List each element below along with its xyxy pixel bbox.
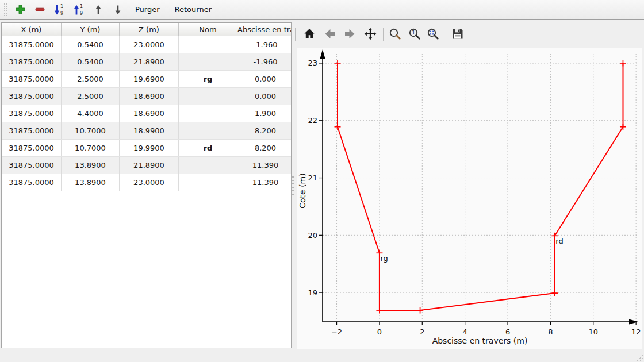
cell-x[interactable]: 31875.0000 <box>2 174 62 191</box>
table-row[interactable]: 31875.00000.540021.8900-1.960 <box>2 53 292 71</box>
cell-z[interactable]: 19.9900 <box>120 140 179 157</box>
table-row[interactable]: 31875.00002.500018.69000.000 <box>2 88 292 105</box>
cell-z[interactable]: 21.8900 <box>120 53 179 71</box>
zoom-rect-button[interactable] <box>387 26 403 42</box>
cell-z[interactable]: 19.6900 <box>120 71 179 88</box>
toolbar-drag-handle[interactable] <box>3 2 7 17</box>
annotation-rd: rd <box>555 237 563 245</box>
cell-abscisse[interactable]: 0.000 <box>237 88 292 105</box>
column-header-1[interactable]: Y (m) <box>62 23 120 36</box>
y-tick-label: 21 <box>308 174 317 182</box>
zoom-fit-button[interactable] <box>425 26 441 42</box>
points-table: X (m)Y (m)Z (m)NomAbscisse en travers 31… <box>2 23 292 191</box>
column-header-2[interactable]: Z (m) <box>120 23 179 36</box>
svg-text:1: 1 <box>60 4 63 9</box>
table-row[interactable]: 31875.000013.890021.890011.390 <box>2 157 292 174</box>
cell-abscisse[interactable]: 1.900 <box>237 105 292 122</box>
cell-z[interactable]: 18.6900 <box>120 88 179 105</box>
cell-z[interactable]: 23.0000 <box>120 36 179 53</box>
x-axis-label: Abscisse en travers (m) <box>432 336 528 345</box>
cell-abscisse[interactable]: -1.960 <box>237 36 292 53</box>
main-toolbar: 1 9 1 9 Purger Retourner <box>0 0 644 20</box>
save-floppy-icon <box>451 27 465 41</box>
cell-z[interactable]: 18.9900 <box>120 122 179 140</box>
cell-nom[interactable]: rd <box>179 140 237 157</box>
cell-x[interactable]: 31875.0000 <box>2 88 62 105</box>
y-tick-label: 22 <box>308 116 317 125</box>
cell-y[interactable]: 0.5400 <box>62 53 120 71</box>
cell-abscisse[interactable]: 8.200 <box>237 122 292 140</box>
magnifier-fit-icon <box>426 27 440 41</box>
zoom-original-button[interactable]: 1 <box>407 26 423 42</box>
home-view-button[interactable] <box>301 26 317 42</box>
sort-up-1-9-icon: 1 9 <box>72 3 85 16</box>
cell-y[interactable]: 10.7000 <box>62 122 120 140</box>
cell-nom[interactable] <box>179 53 237 71</box>
cell-y[interactable]: 4.4000 <box>62 105 120 122</box>
cell-nom[interactable] <box>179 157 237 174</box>
remove-row-button[interactable] <box>32 2 48 18</box>
cell-z[interactable]: 21.8900 <box>120 157 179 174</box>
move-row-down-button[interactable] <box>110 2 126 18</box>
table-row[interactable]: 31875.000010.700018.99008.200 <box>2 122 292 140</box>
forward-view-button[interactable] <box>342 26 358 42</box>
home-icon <box>302 27 316 41</box>
cell-x[interactable]: 31875.0000 <box>2 140 62 157</box>
add-row-button[interactable] <box>12 2 28 18</box>
cell-z[interactable]: 18.6900 <box>120 105 179 122</box>
cell-nom[interactable] <box>179 88 237 105</box>
cell-nom[interactable] <box>179 105 237 122</box>
svg-text:1: 1 <box>412 30 415 36</box>
cell-x[interactable]: 31875.0000 <box>2 53 62 71</box>
cell-nom[interactable] <box>179 174 237 191</box>
cell-y[interactable]: 0.5400 <box>62 36 120 53</box>
plot-canvas[interactable]: 1920212223−2024681012Abscisse en travers… <box>297 48 642 349</box>
cell-x[interactable]: 31875.0000 <box>2 105 62 122</box>
table-row[interactable]: 31875.00002.500019.6900rg0.000 <box>2 71 292 88</box>
x-tick-label: 4 <box>463 328 467 336</box>
cell-y[interactable]: 2.5000 <box>62 88 120 105</box>
retourner-button[interactable]: Retourner <box>168 2 218 18</box>
table-row[interactable]: 31875.00000.540023.0000-1.960 <box>2 36 292 53</box>
save-figure-button[interactable] <box>450 26 466 42</box>
cell-nom[interactable]: rg <box>179 71 237 88</box>
pan-button[interactable] <box>362 26 378 42</box>
cell-abscisse[interactable]: 8.200 <box>237 140 292 157</box>
x-tick-label: 12 <box>631 328 641 336</box>
cell-nom[interactable] <box>179 122 237 140</box>
cell-y[interactable]: 13.8900 <box>62 157 120 174</box>
cell-x[interactable]: 31875.0000 <box>2 71 62 88</box>
cell-abscisse[interactable]: 11.390 <box>237 157 292 174</box>
cell-x[interactable]: 31875.0000 <box>2 122 62 140</box>
table-row[interactable]: 31875.00004.400018.69001.900 <box>2 105 292 122</box>
column-header-4[interactable]: Abscisse en travers <box>237 23 292 36</box>
cell-z[interactable]: 23.0000 <box>120 174 179 191</box>
x-tick-label: 8 <box>548 328 553 336</box>
cell-abscisse[interactable]: 11.390 <box>237 174 292 191</box>
x-tick-label: −2 <box>331 328 342 336</box>
cell-x[interactable]: 31875.0000 <box>2 157 62 174</box>
sort-descending-button[interactable]: 1 9 <box>51 2 67 18</box>
cell-x[interactable]: 31875.0000 <box>2 36 62 53</box>
cell-y[interactable]: 10.7000 <box>62 140 120 157</box>
svg-text:9: 9 <box>60 11 63 16</box>
arrow-down-icon <box>112 4 124 16</box>
table-row[interactable]: 31875.000013.890023.000011.390 <box>2 174 292 191</box>
column-header-3[interactable]: Nom <box>179 23 237 36</box>
column-header-0[interactable]: X (m) <box>2 23 62 36</box>
back-view-button[interactable] <box>322 26 338 42</box>
table-row[interactable]: 31875.000010.700019.9900rd8.200 <box>2 140 292 157</box>
cell-y[interactable]: 13.8900 <box>62 174 120 191</box>
svg-text:9: 9 <box>80 11 83 16</box>
profile-line <box>338 63 623 310</box>
profile-chart: 1920212223−2024681012Abscisse en travers… <box>297 48 642 349</box>
purger-button[interactable]: Purger <box>129 2 166 18</box>
cell-nom[interactable] <box>179 36 237 53</box>
sort-ascending-button[interactable]: 1 9 <box>71 2 87 18</box>
move-row-up-button[interactable] <box>90 2 106 18</box>
plus-icon <box>14 3 26 16</box>
cell-abscisse[interactable]: 0.000 <box>237 71 292 88</box>
resize-grip[interactable] <box>635 353 643 361</box>
cell-y[interactable]: 2.5000 <box>62 71 120 88</box>
cell-abscisse[interactable]: -1.960 <box>237 53 292 71</box>
